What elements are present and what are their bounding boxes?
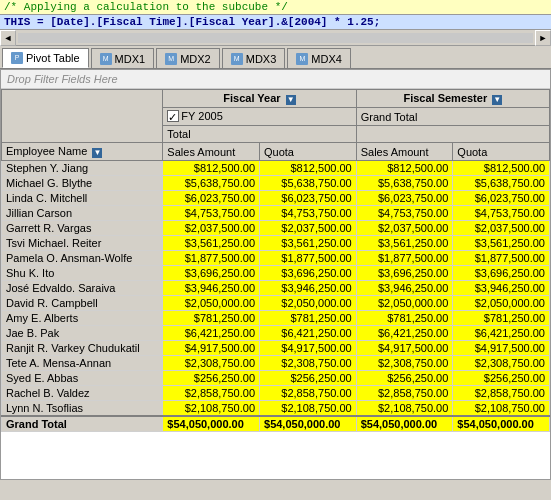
quota-cell: $256,250.00 (260, 371, 357, 386)
quota-cell: $3,561,250.00 (453, 236, 550, 251)
quota-cell: $6,023,750.00 (453, 191, 550, 206)
employee-name-cell: Garrett R. Vargas (2, 221, 163, 236)
fiscal-year-header[interactable]: Fiscal Year ▼ (163, 90, 356, 108)
quota-cell: $4,917,500.00 (260, 341, 357, 356)
mdx3-tab-icon: M (231, 53, 243, 65)
employee-name-cell: José Edvaldo. Saraiva (2, 281, 163, 296)
tab-pivot-label: Pivot Table (26, 52, 80, 64)
employee-name-cell: David R. Campbell (2, 296, 163, 311)
fy2005-header: ✓ FY 2005 (163, 108, 356, 126)
sales-cell: $4,753,750.00 (163, 206, 260, 221)
quota-cell: $2,858,750.00 (260, 386, 357, 401)
sales-cell: $2,037,500.00 (163, 221, 260, 236)
quota-cell: $4,917,500.00 (453, 341, 550, 356)
quota-cell: $6,023,750.00 (260, 191, 357, 206)
tabs-bar: P Pivot Table M MDX1 M MDX2 M MDX3 M MDX… (0, 46, 551, 69)
quota-cell: $5,638,750.00 (453, 176, 550, 191)
quota-cell: $5,638,750.00 (260, 176, 357, 191)
tab-mdx1-label: MDX1 (115, 53, 146, 65)
sales-cell: $3,946,250.00 (163, 281, 260, 296)
quota-cell: $4,753,750.00 (453, 206, 550, 221)
grand-total-col-header: Grand Total (356, 108, 549, 126)
tab-mdx2[interactable]: M MDX2 (156, 48, 220, 68)
employee-name-cell: Pamela O. Ansman-Wolfe (2, 251, 163, 266)
quota-cell: $2,037,500.00 (260, 221, 357, 236)
sales-cell: $781,250.00 (163, 311, 260, 326)
sales-cell: $3,696,250.00 (163, 266, 260, 281)
sales-cell: $3,696,250.00 (356, 266, 453, 281)
sales-cell: $812,500.00 (163, 161, 260, 176)
tab-mdx4[interactable]: M MDX4 (287, 48, 351, 68)
sales-cell: $256,250.00 (356, 371, 453, 386)
quota-col2: Quota (453, 143, 550, 161)
quota-cell: $2,308,750.00 (453, 356, 550, 371)
sales-cell: $2,858,750.00 (356, 386, 453, 401)
sales-cell: $2,108,750.00 (356, 401, 453, 417)
employee-name-cell: Jillian Carson (2, 206, 163, 221)
fy2005-checkbox[interactable]: ✓ (167, 110, 179, 122)
sales-cell: $2,050,000.00 (163, 296, 260, 311)
pivot-tab-icon: P (11, 52, 23, 64)
sales-cell: $2,858,750.00 (163, 386, 260, 401)
quota-cell: $2,308,750.00 (260, 356, 357, 371)
scroll-left-btn[interactable]: ◄ (0, 30, 16, 46)
quota-cell: $3,696,250.00 (453, 266, 550, 281)
fiscal-semester-filter-icon[interactable]: ▼ (492, 95, 502, 105)
tab-pivot[interactable]: P Pivot Table (2, 48, 89, 68)
quota-cell: $3,946,250.00 (260, 281, 357, 296)
sales-amount-col1: Sales Amount (163, 143, 260, 161)
sales-cell: $812,500.00 (356, 161, 453, 176)
quota-cell: $812,500.00 (453, 161, 550, 176)
quota-cell: $2,050,000.00 (260, 296, 357, 311)
sales-cell: $6,421,250.00 (356, 326, 453, 341)
fiscal-year-filter-icon[interactable]: ▼ (286, 95, 296, 105)
drop-zone[interactable]: Drop Filter Fields Here (1, 70, 550, 89)
sales-cell: $1,877,500.00 (356, 251, 453, 266)
sales-cell: $1,877,500.00 (163, 251, 260, 266)
sales-cell: $6,023,750.00 (163, 191, 260, 206)
empty-corner (2, 90, 163, 143)
employee-name-cell: Michael G. Blythe (2, 176, 163, 191)
fiscal-semester-header[interactable]: Fiscal Semester ▼ (356, 90, 549, 108)
sales-cell: $5,638,750.00 (163, 176, 260, 191)
tab-mdx2-label: MDX2 (180, 53, 211, 65)
quota-cell: $2,108,750.00 (260, 401, 357, 417)
quota-cell: $2,858,750.00 (453, 386, 550, 401)
mdx2-tab-icon: M (165, 53, 177, 65)
sales-cell: $4,917,500.00 (356, 341, 453, 356)
employee-filter-icon[interactable]: ▼ (92, 148, 102, 158)
sales-cell: $4,917,500.00 (163, 341, 260, 356)
sales-cell: $6,421,250.00 (163, 326, 260, 341)
employee-name-cell: Stephen Y. Jiang (2, 161, 163, 176)
pivot-table-wrapper[interactable]: Fiscal Year ▼ Fiscal Semester ▼ ✓ FY 200… (1, 89, 550, 479)
scroll-right-btn[interactable]: ► (535, 30, 551, 46)
sales-cell: $3,561,250.00 (163, 236, 260, 251)
pivot-content: Drop Filter Fields Here Fiscal Year ▼ Fi… (0, 69, 551, 480)
quota-cell: $2,108,750.00 (453, 401, 550, 417)
sales-cell: $5,638,750.00 (356, 176, 453, 191)
employee-name-cell: Tete A. Mensa-Annan (2, 356, 163, 371)
sales-cell: $54,050,000.00 (163, 416, 260, 432)
sales-cell: $6,023,750.00 (356, 191, 453, 206)
employee-name-col-header[interactable]: Employee Name ▼ (2, 143, 163, 161)
horizontal-scrollbar[interactable]: ◄ ► (0, 30, 551, 46)
employee-name-cell: Tsvi Michael. Reiter (2, 236, 163, 251)
employee-name-cell: Linda C. Mitchell (2, 191, 163, 206)
mdx1-tab-icon: M (100, 53, 112, 65)
quota-cell: $6,421,250.00 (260, 326, 357, 341)
quota-cell: $3,946,250.00 (453, 281, 550, 296)
tab-mdx3-label: MDX3 (246, 53, 277, 65)
mdx4-tab-icon: M (296, 53, 308, 65)
quota-cell: $3,561,250.00 (260, 236, 357, 251)
sales-cell: $2,037,500.00 (356, 221, 453, 236)
employee-name-cell: Syed E. Abbas (2, 371, 163, 386)
scroll-track[interactable] (18, 33, 533, 43)
tab-mdx1[interactable]: M MDX1 (91, 48, 155, 68)
quota-cell: $256,250.00 (453, 371, 550, 386)
code-bar-comment: /* Applying a calculation to the subcube… (0, 0, 551, 15)
quota-cell: $6,421,250.00 (453, 326, 550, 341)
tab-mdx3[interactable]: M MDX3 (222, 48, 286, 68)
sales-cell: $781,250.00 (356, 311, 453, 326)
sales-cell: $3,561,250.00 (356, 236, 453, 251)
code-bar-code: THIS = [Date].[Fiscal Time].[Fiscal Year… (0, 15, 551, 30)
